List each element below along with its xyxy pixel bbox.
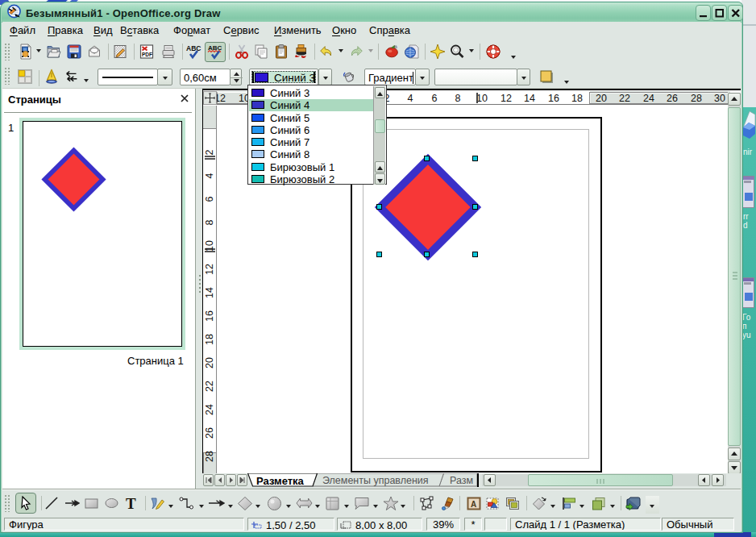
svg-text:%: % [394,45,397,49]
svg-text:A: A [471,500,476,509]
svg-text:T: T [126,496,136,511]
svg-text:PDF: PDF [142,52,152,57]
svg-text:ABC: ABC [186,44,201,52]
